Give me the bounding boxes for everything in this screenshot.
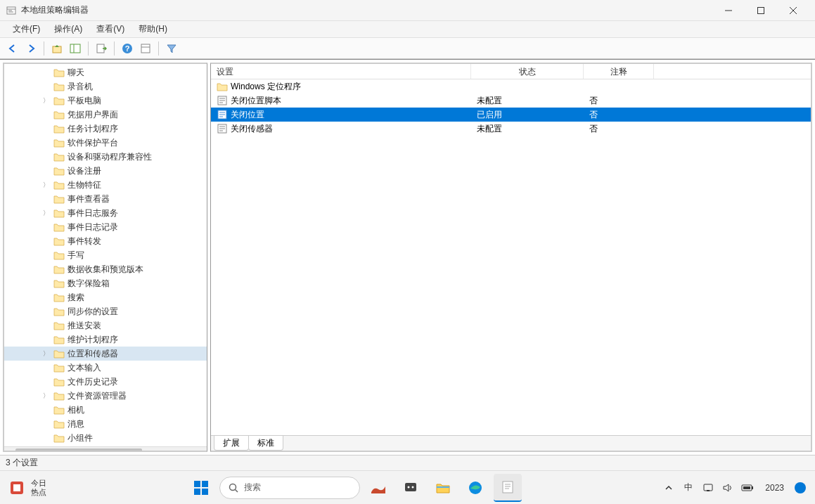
status-bar: 3 个设置: [0, 455, 815, 470]
tree-item[interactable]: 软件保护平台: [4, 136, 207, 150]
menu-action[interactable]: 操作(A): [47, 22, 89, 37]
weather-icon[interactable]: [8, 479, 25, 496]
tree-item[interactable]: 设备和驱动程序兼容性: [4, 150, 207, 164]
list-body: Windows 定位程序关闭位置脚本未配置否关闭位置已启用否关闭传感器未配置否: [211, 79, 811, 435]
expand-icon[interactable]: 〉: [41, 208, 51, 218]
tree-item-label: 软件保护平台: [68, 137, 118, 149]
header-comment[interactable]: 注释: [584, 64, 654, 79]
tab-standard[interactable]: 标准: [248, 436, 283, 451]
cell-state: 已启用: [471, 109, 584, 121]
volume-icon[interactable]: [721, 482, 734, 494]
tree-item[interactable]: 手写: [4, 248, 207, 262]
folder-icon: [53, 208, 65, 218]
cell-comment: 否: [584, 95, 654, 107]
tree-item[interactable]: 消息: [4, 417, 207, 431]
tree-item[interactable]: 同步你的设置: [4, 304, 207, 318]
taskbar-app-gpedit[interactable]: [494, 474, 522, 502]
svg-rect-45: [704, 484, 712, 491]
tree-item[interactable]: 相机: [4, 403, 207, 417]
tree-item[interactable]: 事件日志记录: [4, 220, 207, 234]
tray-overflow-icon[interactable]: [662, 482, 675, 494]
tree-item[interactable]: 〉位置和传感器: [4, 347, 207, 361]
menu-help[interactable]: 帮助(H): [131, 22, 174, 37]
up-button[interactable]: [49, 40, 65, 57]
maximize-button[interactable]: [745, 0, 777, 21]
filter-button[interactable]: [163, 40, 180, 57]
expand-icon[interactable]: 〉: [41, 391, 51, 401]
horizontal-scrollbar[interactable]: [4, 446, 207, 452]
close-button[interactable]: [777, 0, 809, 21]
tree-item[interactable]: 搜索: [4, 290, 207, 304]
start-button[interactable]: [187, 474, 215, 502]
taskbar-app-bridge[interactable]: [364, 474, 392, 502]
tree-item[interactable]: 事件查看器: [4, 192, 207, 206]
tree-item[interactable]: 文本输入: [4, 361, 207, 375]
tree-item[interactable]: 〉平板电脑: [4, 93, 207, 108]
tree-item[interactable]: 录音机: [4, 79, 207, 93]
expand-spacer: [41, 292, 51, 302]
tree-item[interactable]: 数据收集和预览版本: [4, 262, 207, 276]
clock-year[interactable]: 2023: [765, 483, 784, 493]
weather-top: 今日: [31, 479, 46, 488]
tree-item[interactable]: 小组件: [4, 431, 207, 445]
expand-icon[interactable]: 〉: [41, 349, 51, 358]
notifications-icon[interactable]: [794, 482, 807, 494]
list-row[interactable]: 关闭位置脚本未配置否: [211, 93, 811, 108]
search-box[interactable]: 搜索: [219, 477, 360, 499]
tree: 聊天录音机〉平板电脑凭据用户界面任务计划程序软件保护平台设备和驱动程序兼容性设备…: [4, 64, 207, 446]
tree-item[interactable]: 设备注册: [4, 164, 207, 178]
list-row[interactable]: Windows 定位程序: [211, 79, 811, 93]
tree-item[interactable]: 维护计划程序: [4, 332, 207, 347]
menu-bar: 文件(F) 操作(A) 查看(V) 帮助(H): [0, 21, 815, 38]
folder-icon: [53, 391, 65, 401]
back-button[interactable]: [4, 40, 21, 57]
svg-line-35: [236, 489, 238, 492]
setting-icon: [217, 123, 228, 134]
tree-pane[interactable]: 聊天录音机〉平板电脑凭据用户界面任务计划程序软件保护平台设备和驱动程序兼容性设备…: [3, 63, 207, 452]
wifi-icon[interactable]: [702, 482, 714, 494]
tree-item[interactable]: 聊天: [4, 65, 207, 79]
toolbar-separator: [158, 41, 159, 56]
folder-icon: [53, 236, 65, 246]
header-state[interactable]: 状态: [471, 64, 584, 79]
tree-item[interactable]: 〉生物特征: [4, 178, 207, 192]
ime-indicator[interactable]: 中: [682, 482, 695, 494]
svg-rect-29: [13, 484, 20, 491]
folder-icon: [53, 433, 65, 443]
properties-button[interactable]: [137, 40, 154, 57]
minimize-button[interactable]: [712, 0, 745, 21]
tree-item[interactable]: 文件历史记录: [4, 375, 207, 389]
tree-item[interactable]: 事件转发: [4, 234, 207, 248]
tree-item-label: 生物特征: [68, 179, 101, 191]
show-hide-tree-button[interactable]: [67, 40, 84, 57]
expand-icon[interactable]: 〉: [41, 96, 51, 105]
export-button[interactable]: [93, 40, 110, 57]
tree-item[interactable]: 凭据用户界面: [4, 108, 207, 122]
menu-file[interactable]: 文件(F): [6, 22, 47, 37]
tree-item[interactable]: 〉文件资源管理器: [4, 389, 207, 403]
folder-icon: [53, 166, 65, 176]
folder-icon: [53, 419, 65, 429]
menu-view[interactable]: 查看(V): [89, 22, 131, 37]
folder-icon: [53, 222, 65, 232]
tree-item[interactable]: 任务计划程序: [4, 122, 207, 136]
taskbar-app-chat[interactable]: [397, 474, 425, 502]
forward-button[interactable]: [23, 40, 39, 57]
taskbar-app-edge[interactable]: [461, 474, 489, 502]
header-setting[interactable]: 设置: [211, 64, 471, 79]
expand-icon[interactable]: 〉: [41, 180, 51, 190]
tree-item[interactable]: 数字保险箱: [4, 276, 207, 290]
battery-icon[interactable]: [741, 482, 754, 494]
tree-item[interactable]: 〉事件日志服务: [4, 206, 207, 220]
taskbar-app-explorer[interactable]: [429, 474, 457, 502]
svg-rect-32: [194, 489, 200, 495]
scroll-thumb[interactable]: [15, 448, 142, 452]
help-button[interactable]: ?: [119, 40, 136, 57]
list-row[interactable]: 关闭位置已启用否: [211, 108, 811, 122]
list-row[interactable]: 关闭传感器未配置否: [211, 122, 811, 136]
weather-widget[interactable]: 今日 热点: [31, 479, 46, 497]
folder-icon: [53, 363, 65, 373]
tab-extended[interactable]: 扩展: [214, 436, 249, 451]
tree-item[interactable]: 推送安装: [4, 318, 207, 332]
folder-icon: [53, 264, 65, 274]
